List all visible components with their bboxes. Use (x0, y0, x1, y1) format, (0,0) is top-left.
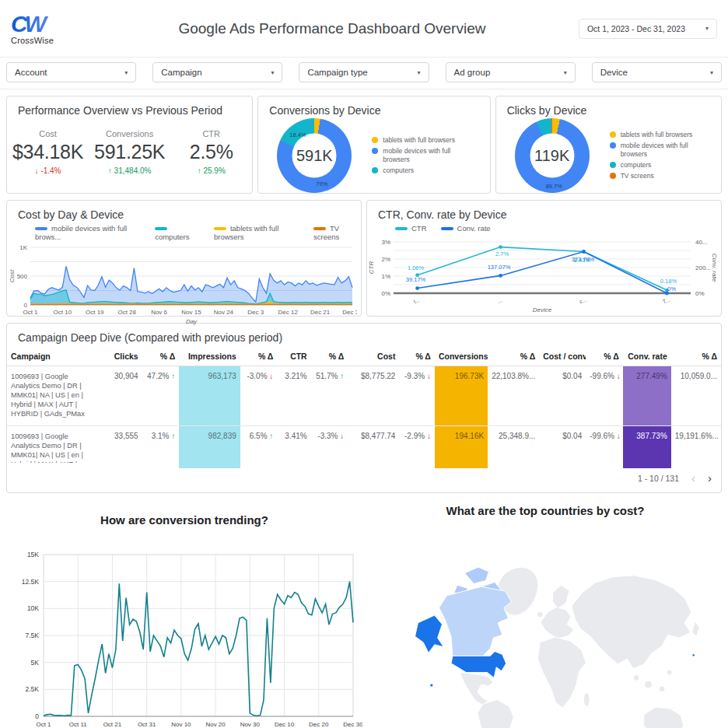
svg-text:Oct 11: Oct 11 (69, 721, 88, 728)
col-conv-rate[interactable]: Conv. rate (623, 345, 671, 366)
clicks-donut-legend: tablets with full browsers mobile device… (610, 128, 702, 183)
svg-text:Oct 19: Oct 19 (86, 309, 104, 316)
legend-item: TV screens (610, 172, 702, 180)
svg-text:Conv. rate: Conv. rate (711, 254, 717, 282)
cell-impressions-delta: -3.0% ↓ (240, 366, 278, 426)
svg-text:323.78%: 323.78% (572, 256, 595, 263)
cell-cost-delta: -2.9% ↓ (399, 426, 434, 469)
legend-item: TV screens (313, 224, 361, 241)
slice-label-mobile: 79% (316, 180, 327, 187)
svg-text:Dec 10: Dec 10 (275, 721, 295, 728)
filter-campaign-type[interactable]: Campaign type▾ (299, 62, 429, 82)
svg-text:Nov 10: Nov 10 (171, 721, 191, 728)
col-ctr[interactable]: CTR (277, 345, 310, 366)
svg-text:Day: Day (186, 318, 198, 325)
svg-text:Dec 30: Dec 30 (342, 309, 357, 316)
caret-down-icon: ▾ (418, 69, 421, 76)
filter-device-label: Device (600, 68, 628, 77)
metric-conversions: Conversions 591.25K ↑ 31,484.0% (89, 129, 170, 175)
map-region-europe (541, 607, 574, 639)
col-cost-conv-delta[interactable]: % Δ (586, 345, 623, 366)
col-impressions[interactable]: Impressions (179, 345, 240, 366)
cell-clicks-delta: 3.1% ↑ (142, 426, 180, 469)
filter-account[interactable]: Account▾ (6, 62, 136, 82)
cell-conversions: 196.73K (435, 366, 488, 426)
date-range-picker[interactable]: Oct 1, 2023 - Dec 31, 2023 ▾ (579, 19, 717, 39)
svg-text:c...: c... (579, 297, 587, 305)
clicks-donut-title: Clicks by Device (496, 96, 721, 118)
filter-campaign-type-label: Campaign type (307, 68, 367, 77)
scorecard-title: Performance Overview vs Previous Period (7, 96, 252, 118)
svg-text:Dec 21: Dec 21 (310, 309, 331, 316)
date-range-value: Oct 1, 2023 - Dec 31, 2023 (587, 24, 685, 33)
filter-ad-group[interactable]: Ad group▾ (446, 62, 576, 82)
svg-text:Nov 6: Nov 6 (151, 309, 167, 316)
svg-text:0%: 0% (667, 285, 676, 292)
legend-item: Conv. rate (441, 224, 491, 233)
caret-down-icon: ▾ (124, 69, 128, 76)
svg-text:Oct 1: Oct 1 (36, 721, 51, 728)
cell-cost-conv: $0.04 (539, 426, 586, 469)
col-conversions[interactable]: Conversions ▼ (435, 345, 488, 366)
legend-swatch-ctr (395, 227, 408, 230)
filter-account-label: Account (15, 68, 47, 77)
col-clicks-delta[interactable]: % Δ (142, 345, 180, 366)
cell-conv-rate: 387.73% (623, 426, 671, 469)
kpi-row: Performance Overview vs Previous Period … (0, 89, 728, 197)
svg-text:Nov 20: Nov 20 (205, 721, 226, 728)
svg-text:2.7%: 2.7% (495, 250, 509, 257)
svg-text:2.5K: 2.5K (26, 685, 40, 693)
col-campaign[interactable]: Campaign (7, 345, 99, 366)
cell-cost: $8,477.74 (348, 426, 399, 469)
pagination-next-icon[interactable]: › (708, 471, 712, 485)
col-ctr-delta[interactable]: % Δ (311, 345, 348, 366)
legend-dot-mobile (372, 148, 378, 154)
conversion-trend-chart: 02.5K5K7.5K10K12.5K15KOct 1Oct 11Oct 21O… (3, 547, 362, 728)
filter-bar: Account▾ Campaign▾ Campaign type▾ Ad gro… (0, 58, 728, 89)
cell-ctr: 3.41% (277, 426, 310, 469)
map-country-usa-alaska[interactable] (415, 615, 444, 653)
col-conv-rate-delta[interactable]: % Δ (671, 345, 721, 366)
svg-text:40...: 40... (695, 239, 708, 246)
metric-ctr: CTR 2.5% ↑ 25.9% (170, 129, 252, 175)
map-country-canada[interactable] (439, 586, 512, 656)
col-cost-conv[interactable]: Cost / conv. (539, 345, 586, 366)
cell-clicks: 30,904 (99, 366, 142, 426)
cost-by-day-card: Cost by Day & Device mobile devices with… (6, 200, 362, 317)
conversions-donut-title: Conversions by Device (258, 96, 489, 118)
svg-text:Nov 30: Nov 30 (240, 721, 261, 728)
filter-campaign[interactable]: Campaign▾ (152, 62, 282, 82)
map-region-japan (692, 621, 700, 636)
map-region-uk (537, 611, 543, 618)
svg-text:0.18%: 0.18% (660, 278, 677, 285)
col-cost-delta[interactable]: % Δ (399, 345, 434, 366)
svg-text:Nov 24: Nov 24 (214, 309, 234, 316)
col-conversions-delta[interactable]: % Δ (488, 345, 539, 366)
campaign-deep-dive-card: Campaign Deep Dive (Compared with previo… (6, 323, 722, 493)
legend-item: computers (610, 161, 702, 170)
cell-conversions: 194.16K (435, 426, 488, 469)
svg-text:Oct 28: Oct 28 (117, 309, 136, 316)
metric-cost: Cost $34.18K ↓ -1.4% (7, 129, 89, 175)
page-title: Google Ads Performance Dashboard Overvie… (86, 20, 579, 37)
map-region-asia (572, 576, 691, 669)
conversions-by-device-card: Conversions by Device 591K 18.4% 79% tab… (257, 96, 490, 194)
pagination-prev-icon[interactable]: ‹ (691, 471, 695, 485)
cell-conv-rate-delta: 10,059.0... (671, 366, 721, 426)
map-region-island (645, 681, 653, 688)
legend-item: tablets with full browsers (610, 131, 702, 139)
header: CW CrossWise Google Ads Performance Dash… (0, 0, 728, 58)
col-cost[interactable]: Cost (348, 345, 399, 366)
cell-clicks: 33,555 (99, 426, 142, 469)
filter-device[interactable]: Device▾ (592, 62, 722, 82)
table-pagination: 1 - 10 / 131 ‹ › (7, 468, 721, 491)
svg-text:12.5K: 12.5K (22, 578, 40, 586)
map-region-central-america (460, 673, 494, 705)
legend-swatch-computers (155, 227, 167, 230)
map-country-usa-hawaii[interactable] (430, 684, 433, 687)
clicks-donut-chart: 119K 89.7% (515, 118, 590, 193)
ctr-conv-rate-card: CTR, Conv. rate by Device CTR Conv. rate… (366, 200, 722, 317)
col-clicks[interactable]: Clicks (99, 345, 142, 366)
table-row: 1009693 | Google Analytics Demo | DR | M… (7, 366, 721, 426)
col-impressions-delta[interactable]: % Δ (240, 345, 278, 366)
